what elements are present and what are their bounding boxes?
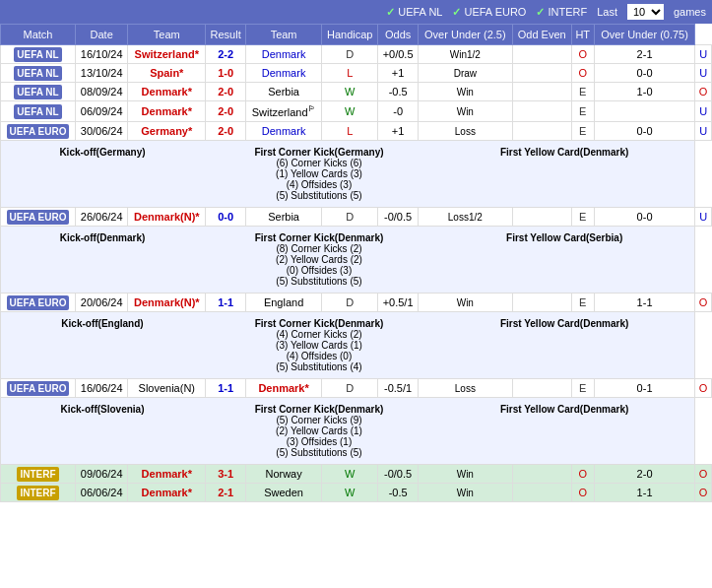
table-row: UEFA NL 16/10/24 Switzerland* 2-2 Denmar… bbox=[1, 45, 712, 64]
match-ht: 0-0 bbox=[594, 64, 694, 83]
match-score: 1-1 bbox=[206, 378, 246, 397]
detail-cell: Kick-off(England) First Corner Kick(Denm… bbox=[1, 311, 695, 378]
match-odds: Win bbox=[418, 483, 512, 501]
match-oe: E bbox=[571, 83, 594, 101]
filter-label: INTERF bbox=[548, 6, 587, 18]
match-date: 26/06/24 bbox=[76, 207, 128, 226]
match-league: UEFA EURO bbox=[1, 293, 76, 311]
match-ou2: O bbox=[695, 378, 712, 397]
match-oe: E bbox=[571, 121, 594, 140]
match-score: 3-1 bbox=[206, 464, 246, 483]
match-oe: O bbox=[571, 464, 594, 483]
detail-row: Kick-off(England) First Corner Kick(Denm… bbox=[1, 311, 712, 378]
col-odds: Odds bbox=[378, 25, 419, 45]
games-label: games bbox=[674, 6, 706, 18]
col-ou25: Over Under (2.5) bbox=[418, 25, 512, 45]
team2: Switzerland🏳 bbox=[246, 101, 322, 122]
detail-yellowcard: First Yellow Card(Serbia) bbox=[437, 229, 691, 290]
team1: Denmark(N)* bbox=[128, 293, 206, 311]
col-ou075: Over Under (0.75) bbox=[594, 25, 694, 45]
match-odds: Win bbox=[418, 101, 512, 122]
detail-kickoff: Kick-off(Slovenia) bbox=[4, 401, 201, 461]
table-row: UEFA NL 06/09/24 Denmark* 2-0 Switzerlan… bbox=[1, 101, 712, 122]
match-result: D bbox=[322, 378, 378, 397]
table-row: INTERF 06/06/24 Denmark* 2-1 Sweden W -0… bbox=[1, 483, 712, 501]
match-ht: 2-0 bbox=[594, 464, 694, 483]
filter-uefa-nl[interactable]: ✓ UEFA NL bbox=[386, 6, 442, 19]
filter-label: UEFA EURO bbox=[464, 6, 526, 18]
filter-label: UEFA NL bbox=[398, 6, 442, 18]
match-odds: Loss bbox=[418, 121, 512, 140]
match-ht bbox=[594, 101, 694, 122]
filter-interf[interactable]: ✓ INTERF bbox=[536, 6, 587, 19]
match-ou2: U bbox=[695, 45, 712, 64]
match-handicap: -0/0.5 bbox=[378, 207, 419, 226]
detail-row: Kick-off(Germany) First Corner Kick(Germ… bbox=[1, 140, 712, 207]
match-ht: 1-1 bbox=[594, 293, 694, 311]
match-handicap: +0.5/1 bbox=[378, 293, 419, 311]
detail-cell: Kick-off(Denmark) First Corner Kick(Denm… bbox=[1, 226, 695, 293]
match-date: 30/06/24 bbox=[76, 121, 128, 140]
col-odd-even: Odd Even bbox=[512, 25, 571, 45]
match-ou2: U bbox=[695, 121, 712, 140]
match-result: W bbox=[322, 483, 378, 501]
check-icon: ✓ bbox=[452, 6, 461, 19]
match-odds: Loss1/2 bbox=[418, 207, 512, 226]
team1: Germany* bbox=[128, 121, 206, 140]
match-odds: Loss bbox=[418, 378, 512, 397]
team1: Slovenia(N) bbox=[128, 378, 206, 397]
match-oe: E bbox=[571, 293, 594, 311]
match-handicap: -0.5/1 bbox=[378, 378, 419, 397]
match-result: W bbox=[322, 101, 378, 122]
match-date: 06/06/24 bbox=[76, 483, 128, 501]
match-league: UEFA EURO bbox=[1, 378, 76, 397]
team1: Denmark* bbox=[128, 83, 206, 101]
match-score: 1-0 bbox=[206, 64, 246, 83]
match-handicap: -0.5 bbox=[378, 483, 419, 501]
col-date: Date bbox=[76, 25, 128, 45]
detail-corner: First Corner Kick(Denmark) (8) Corner Ki… bbox=[201, 229, 437, 290]
match-score: 2-0 bbox=[206, 101, 246, 122]
match-oe: O bbox=[571, 64, 594, 83]
match-ou bbox=[512, 83, 571, 101]
team2: Sweden bbox=[246, 483, 322, 501]
match-result: L bbox=[322, 121, 378, 140]
table-row: UEFA NL 08/09/24 Denmark* 2-0 Serbia W -… bbox=[1, 83, 712, 101]
match-ou bbox=[512, 45, 571, 64]
match-ht: 0-0 bbox=[594, 121, 694, 140]
match-ou2: U bbox=[695, 64, 712, 83]
detail-cell: Kick-off(Germany) First Corner Kick(Germ… bbox=[1, 140, 695, 207]
match-league: UEFA NL bbox=[1, 64, 76, 83]
team2: Denmark bbox=[246, 64, 322, 83]
last-games-select[interactable]: 10 5 20 bbox=[627, 4, 664, 20]
detail-yellowcard: First Yellow Card(Denmark) bbox=[437, 315, 691, 375]
match-ou bbox=[512, 293, 571, 311]
match-odds: Win bbox=[418, 83, 512, 101]
match-ht: 1-1 bbox=[594, 483, 694, 501]
match-ou bbox=[512, 207, 571, 226]
table-row: UEFA NL 13/10/24 Spain* 1-0 Denmark L +1… bbox=[1, 64, 712, 83]
match-handicap: +0/0.5 bbox=[378, 45, 419, 64]
match-ou bbox=[512, 464, 571, 483]
table-header-row: Match Date Team Result Team Handicap Odd… bbox=[1, 25, 712, 45]
filter-uefa-euro[interactable]: ✓ UEFA EURO bbox=[452, 6, 526, 19]
col-team1: Team bbox=[128, 25, 206, 45]
match-odds: Win bbox=[418, 293, 512, 311]
detail-cell: Kick-off(Slovenia) First Corner Kick(Den… bbox=[1, 397, 695, 464]
match-ou bbox=[512, 483, 571, 501]
match-score: 2-0 bbox=[206, 83, 246, 101]
match-ou2: O bbox=[695, 464, 712, 483]
match-handicap: +1 bbox=[378, 64, 419, 83]
table-body: UEFA NL 16/10/24 Switzerland* 2-2 Denmar… bbox=[1, 45, 712, 502]
team1: Switzerland* bbox=[128, 45, 206, 64]
header-bar: ✓ UEFA NL ✓ UEFA EURO ✓ INTERF Last 10 5… bbox=[0, 0, 712, 24]
col-result: Result bbox=[206, 25, 246, 45]
detail-yellowcard: First Yellow Card(Denmark) bbox=[437, 401, 691, 461]
detail-corner: First Corner Kick(Germany) (6) Corner Ki… bbox=[201, 144, 437, 204]
match-league: INTERF bbox=[1, 464, 76, 483]
col-handicap: Handicap bbox=[322, 25, 378, 45]
match-league: UEFA NL bbox=[1, 83, 76, 101]
match-date: 16/06/24 bbox=[76, 378, 128, 397]
match-date: 06/09/24 bbox=[76, 101, 128, 122]
match-date: 08/09/24 bbox=[76, 83, 128, 101]
